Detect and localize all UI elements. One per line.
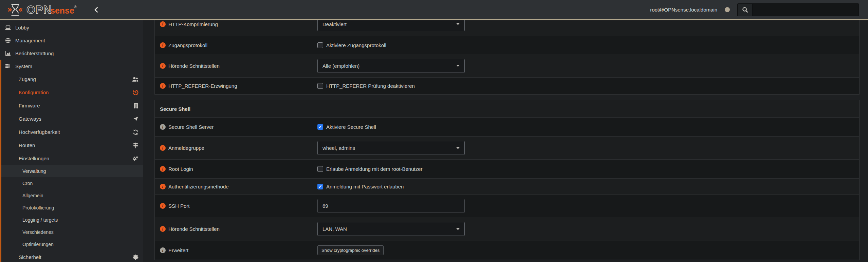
- sidebar-item-label: Optimierungen: [22, 242, 54, 247]
- sidebar-item-system[interactable]: System: [1, 60, 143, 73]
- row-label: HTTP_REFERER-Erzwingung: [168, 83, 237, 89]
- sidebar-item-label: Hochverfügbarkeit: [19, 129, 60, 135]
- http-referer-checkbox[interactable]: HTTP_REFERER Prüfung deaktivieren: [317, 83, 415, 89]
- sidebar-item-reporting[interactable]: Berichterstattung: [0, 47, 143, 60]
- sidebar-item-label: Firmware: [19, 103, 40, 108]
- registered-mark: ®: [74, 5, 77, 9]
- row-label: Authentifizierungsmethode: [168, 184, 229, 189]
- row-label: Zugangsprotokoll: [168, 42, 207, 48]
- sidebar-item-trust[interactable]: Sicherheit: [1, 250, 143, 262]
- checkbox[interactable]: [317, 184, 323, 189]
- form-row-http-referer: HTTP_REFERER-Erzwingung HTTP_REFERER Prü…: [155, 77, 859, 94]
- logged-in-user: root@OPNsense.localdomain: [650, 7, 717, 13]
- cogs-icon: [132, 156, 138, 161]
- opnsense-logo[interactable]: OPN sense ®: [0, 3, 81, 17]
- info-icon[interactable]: [160, 63, 166, 69]
- sidebar-item-label: Verschiedenes: [22, 229, 54, 235]
- top-header: OPN sense ® root@OPNsense.localdomain: [0, 0, 868, 20]
- form-row-login-group: Anmeldegruppe wheel, admins: [155, 136, 859, 159]
- info-icon[interactable]: [160, 21, 166, 27]
- sidebar-item-label: Konfiguration: [19, 89, 49, 95]
- root-login-checkbox[interactable]: Erlaube Anmeldung mit dem root-Benutzer: [317, 166, 422, 172]
- sidebar-item-label: Lobby: [15, 25, 29, 31]
- row-label: SSH Port: [168, 203, 190, 209]
- access-log-checkbox[interactable]: Aktiviere Zugangsprotokoll: [317, 42, 386, 48]
- chevron-left-icon: [94, 7, 98, 13]
- search-icon: [742, 7, 748, 13]
- globe-icon: [4, 38, 12, 43]
- hourglass-logo-icon: [8, 3, 22, 17]
- http-compression-select[interactable]: Deaktiviert: [317, 20, 465, 31]
- sidebar-item-label: Allgemein: [22, 193, 43, 198]
- sidebar-item-label: Routen: [19, 142, 35, 148]
- sidebar-item-logging[interactable]: Protokollierung: [1, 202, 143, 214]
- sidebar-item-lobby[interactable]: Lobby: [0, 21, 143, 34]
- sidebar-item-firmware[interactable]: Firmware: [1, 99, 143, 112]
- sidebar-item-settings[interactable]: Einstellungen: [1, 152, 143, 165]
- ssh-listen-interfaces-select[interactable]: LAN, WAN: [317, 222, 465, 236]
- sidebar-item-label: Gateways: [19, 116, 41, 122]
- form-row-advanced: Erweitert Show cryptographic overrides: [155, 241, 859, 260]
- form-row-access-log: Zugangsprotokoll Aktiviere Zugangsprotok…: [155, 36, 859, 54]
- info-icon[interactable]: [160, 42, 166, 48]
- listen-interfaces-select[interactable]: Alle (empfohlen): [317, 59, 465, 73]
- sidebar-item-routes[interactable]: Routen: [1, 139, 143, 152]
- search-input[interactable]: [753, 4, 858, 16]
- opnsense-app: OPN sense ® root@OPNsense.localdomain: [0, 0, 868, 262]
- form-row-http-compression: HTTP-Komprimierung Deaktiviert: [155, 20, 859, 36]
- certificate-icon: [133, 254, 138, 260]
- search-box: [737, 3, 859, 16]
- sidebar-item-high-availability[interactable]: Hochverfügbarkeit: [1, 125, 143, 139]
- checkbox[interactable]: [317, 124, 323, 130]
- checkbox[interactable]: [317, 42, 323, 48]
- sidebar-item-miscellaneous[interactable]: Verschiedenes: [1, 226, 143, 238]
- caret-down-icon: [456, 228, 460, 230]
- form-row-ssh-server: Secure Shell Server Aktiviere Secure She…: [155, 117, 859, 136]
- sidebar-item-gateways[interactable]: Gateways: [1, 112, 143, 125]
- info-icon[interactable]: [160, 166, 166, 172]
- sidebar-item-access[interactable]: Zugang: [1, 73, 143, 86]
- form-row-root-login: Root Login Erlaube Anmeldung mit dem roo…: [155, 159, 859, 178]
- sidebar-item-label: Berichterstattung: [15, 51, 54, 56]
- ssh-server-checkbox[interactable]: Aktiviere Secure Shell: [317, 124, 376, 130]
- section-title: Secure Shell: [155, 106, 190, 112]
- sidebar-nav: Lobby Management: [0, 20, 143, 262]
- sidebar-item-configuration[interactable]: Konfiguration: [1, 86, 143, 99]
- info-icon[interactable]: [160, 83, 166, 89]
- password-login-checkbox[interactable]: Anmeldung mit Passwort erlauben: [317, 184, 404, 189]
- info-icon[interactable]: [160, 184, 166, 189]
- info-icon[interactable]: [160, 145, 166, 151]
- sidebar-item-tunables[interactable]: Optimierungen: [1, 238, 143, 250]
- info-icon[interactable]: [160, 203, 166, 209]
- sidebar-item-label: Einstellungen: [19, 156, 49, 161]
- sidebar-item-label: System: [15, 63, 32, 69]
- sidebar-collapse-button[interactable]: [94, 7, 98, 13]
- section-header-row: Secure Shell: [155, 100, 859, 117]
- row-label: Hörende Schnittstellen: [168, 226, 220, 232]
- checkbox[interactable]: [317, 166, 323, 172]
- form-row-auth-method: Authentifizierungsmethode Anmeldung mit …: [155, 178, 859, 194]
- area-chart-icon: [4, 51, 12, 56]
- info-icon[interactable]: [160, 247, 166, 253]
- header-right: root@OPNsense.localdomain: [650, 3, 868, 16]
- sidebar-item-management[interactable]: Management: [0, 34, 143, 47]
- crypto-overrides-button[interactable]: Show cryptographic overrides: [317, 245, 384, 255]
- caret-down-icon: [456, 147, 460, 149]
- info-icon[interactable]: [160, 226, 166, 232]
- sidebar-item-general[interactable]: Allgemein: [1, 189, 143, 202]
- login-group-select[interactable]: wheel, admins: [317, 141, 465, 155]
- sidebar-item-administration[interactable]: Verwaltung: [1, 165, 143, 177]
- row-label: Anmeldegruppe: [168, 145, 204, 151]
- sidebar-item-cron[interactable]: Cron: [1, 177, 143, 189]
- checkbox[interactable]: [317, 83, 323, 89]
- sidebar-item-label: Verwaltung: [22, 168, 46, 174]
- caret-down-icon: [456, 65, 460, 67]
- map-signs-icon: [133, 142, 138, 148]
- info-icon[interactable]: [160, 124, 166, 130]
- sidebar-item-logging-targets[interactable]: Logging / targets: [1, 214, 143, 226]
- search-submit[interactable]: [738, 4, 753, 16]
- sidebar-item-label: Protokollierung: [22, 205, 54, 210]
- main-content: HTTP-Komprimierung Deaktiviert Zugangspr…: [143, 20, 868, 262]
- ssh-port-input[interactable]: [317, 199, 465, 213]
- users-icon: [132, 77, 138, 82]
